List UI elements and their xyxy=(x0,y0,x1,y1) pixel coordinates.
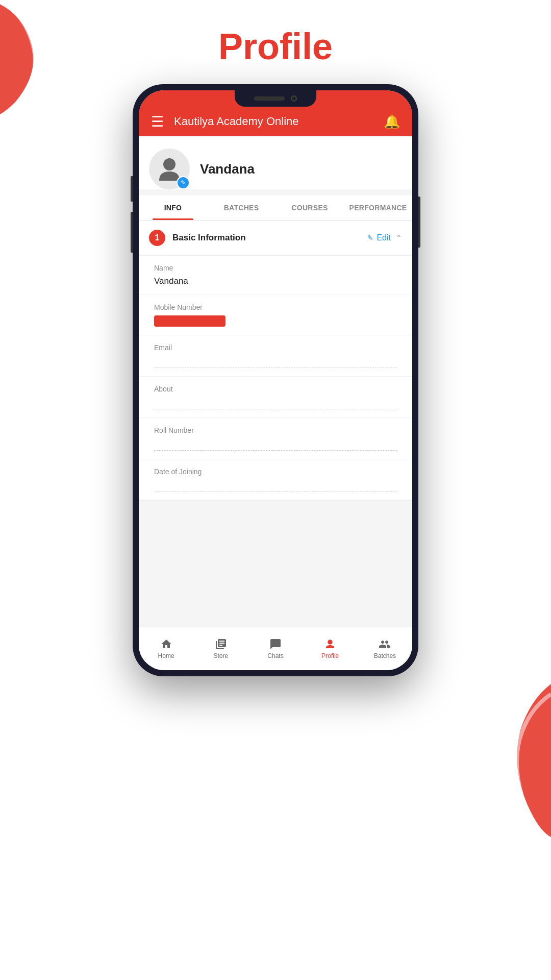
about-label: About xyxy=(154,385,397,393)
avatar-icon xyxy=(158,156,181,182)
home-icon xyxy=(160,638,172,650)
doj-label: Date of Joining xyxy=(154,468,397,476)
phone-btn-power xyxy=(418,197,420,248)
edit-label: Edit xyxy=(377,233,391,242)
nav-label-home: Home xyxy=(158,652,174,659)
profile-name: Vandana xyxy=(200,161,255,177)
nav-item-profile[interactable]: Profile xyxy=(303,634,358,664)
edit-avatar-icon: ✎ xyxy=(181,179,186,186)
nav-item-home[interactable]: Home xyxy=(139,634,193,664)
field-doj: Date of Joining xyxy=(139,459,412,501)
name-value: Vandana xyxy=(154,276,397,286)
mobile-label: Mobile Number xyxy=(154,303,397,311)
about-empty xyxy=(154,397,397,409)
store-icon xyxy=(215,638,227,650)
basic-info-section: 1 Basic Information ✎ Edit ⌃ Name Vandan… xyxy=(139,220,412,501)
menu-icon[interactable]: ☰ xyxy=(151,113,164,130)
nav-label-chats: Chats xyxy=(267,652,283,659)
nav-item-batches[interactable]: Batches xyxy=(358,634,412,664)
mobile-redacted xyxy=(154,315,226,327)
tab-performance[interactable]: PERFORMANCE xyxy=(344,195,412,220)
chats-icon xyxy=(269,638,282,650)
notch-camera xyxy=(291,95,297,102)
avatar-container: ✎ xyxy=(149,149,190,189)
edit-button[interactable]: ✎ Edit ⌃ xyxy=(367,233,402,242)
bottom-nav: Home Store Chats Profi xyxy=(139,627,412,670)
field-about: About xyxy=(139,377,412,418)
content-area: 1 Basic Information ✎ Edit ⌃ Name Vandan… xyxy=(139,220,412,657)
name-label: Name xyxy=(154,264,397,272)
phone-btn-volume-1 xyxy=(131,176,133,202)
section-title: Basic Information xyxy=(172,233,367,243)
doj-empty xyxy=(154,480,397,492)
field-name: Name Vandana xyxy=(139,256,412,295)
page-title: Profile xyxy=(0,26,551,67)
notch-speaker xyxy=(254,96,285,101)
tab-batches[interactable]: BATCHES xyxy=(207,195,276,220)
phone-screen: ☰ Kautilya Academy Online 🔔 ✎ Vandana xyxy=(139,90,412,670)
edit-avatar-button[interactable]: ✎ xyxy=(177,176,190,189)
profile-icon xyxy=(324,638,336,650)
phone-notch xyxy=(235,90,316,107)
nav-label-batches: Batches xyxy=(374,652,396,659)
tab-info[interactable]: INFO xyxy=(139,195,207,220)
nav-item-chats[interactable]: Chats xyxy=(248,634,303,664)
roll-empty xyxy=(154,438,397,451)
field-email: Email xyxy=(139,335,412,377)
bell-icon[interactable]: 🔔 xyxy=(384,114,400,130)
tab-courses[interactable]: COURSES xyxy=(276,195,344,220)
svg-point-0 xyxy=(163,158,176,170)
phone-btn-volume-2 xyxy=(131,212,133,253)
batches-icon xyxy=(379,638,391,650)
nav-label-store: Store xyxy=(213,652,228,659)
chevron-up-icon: ⌃ xyxy=(396,234,402,242)
info-header: 1 Basic Information ✎ Edit ⌃ xyxy=(139,220,412,256)
roll-label: Roll Number xyxy=(154,426,397,434)
profile-section: ✎ Vandana xyxy=(139,136,412,189)
section-number: 1 xyxy=(149,230,165,246)
email-empty xyxy=(154,356,397,368)
decor-right xyxy=(449,669,551,837)
nav-item-store[interactable]: Store xyxy=(193,634,248,664)
edit-pencil-icon: ✎ xyxy=(367,234,373,242)
field-mobile: Mobile Number xyxy=(139,295,412,335)
header-title: Kautilya Academy Online xyxy=(174,115,384,128)
email-label: Email xyxy=(154,344,397,352)
tabs-container: INFO BATCHES COURSES PERFORMANCE xyxy=(139,195,412,220)
phone-frame: ☰ Kautilya Academy Online 🔔 ✎ Vandana xyxy=(133,84,418,676)
field-roll: Roll Number xyxy=(139,418,412,459)
nav-label-profile: Profile xyxy=(321,652,339,659)
